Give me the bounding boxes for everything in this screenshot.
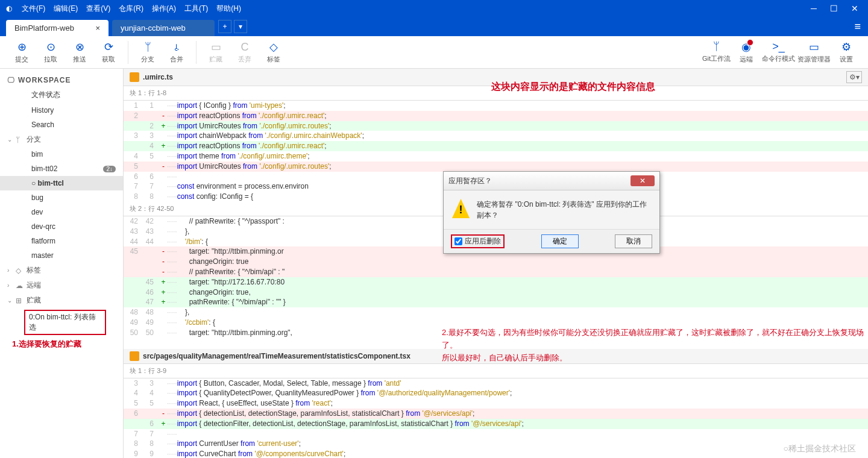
hunk-header: 块 1：行 3-9: [124, 364, 868, 378]
branch-bim-ttcl[interactable]: ○ bim-ttcl: [0, 176, 123, 190]
file-modified-icon: [130, 351, 139, 361]
minimize-icon[interactable]: ─: [811, 4, 817, 13]
tool-丢弃[interactable]: C丢弃: [231, 41, 258, 64]
dialog-titlebar: 应用暂存区？ ✕: [444, 172, 659, 190]
code-line: 46+····· changeOrigin: true,: [124, 287, 868, 298]
tool-合并[interactable]: ⫰合并: [163, 41, 190, 64]
tool-icon: ⚙: [841, 40, 851, 54]
code-line: 6+·····import { detectionFilter, detecti…: [124, 419, 868, 429]
checkbox-input[interactable]: [454, 237, 462, 245]
menu-file[interactable]: 文件(F): [22, 4, 45, 14]
code-line: 2+·····import UmircRoutes from './config…: [124, 121, 868, 131]
branch-bim[interactable]: bim: [0, 147, 123, 162]
tool-资源管理器[interactable]: ▭资源管理器: [797, 40, 831, 64]
repo-tab-active[interactable]: BimPlatform-web ×: [6, 20, 108, 36]
code-line: 47+····· pathRewrite: { "^/bim/api" : ""…: [124, 297, 868, 307]
branch-bim-tt02[interactable]: bim-tt022↓: [0, 162, 123, 176]
chevron-right-icon: ›: [7, 267, 16, 274]
titlebar: ◐ 文件(F) 编辑(E) 查看(V) 仓库(R) 操作(A) 工具(T) 帮助…: [0, 0, 868, 17]
menu-edit[interactable]: 编辑(E): [54, 4, 78, 14]
branch-bug[interactable]: bug: [0, 190, 123, 205]
tool-icon: ▭: [809, 40, 819, 54]
workspace-section[interactable]: 🖵 WORKSPACE: [0, 74, 123, 87]
branch-master[interactable]: master: [0, 248, 123, 263]
remote-section[interactable]: › ☁ 远端: [0, 278, 123, 293]
tab-label: yunjian-ccbim-web: [121, 24, 186, 33]
code-line: -····· changeOrigin: true: [124, 257, 868, 267]
tool-icon: ⟳: [104, 40, 113, 54]
toolbar: ⊕提交⊙拉取⊗推送⟳获取ᛘ分支⫰合并▭贮藏C丢弃◇标签 ᛘGit工作流◉远端>_…: [0, 36, 868, 69]
code-line: 2-·····import reactOptions from './confi…: [124, 111, 868, 121]
code-line: 33·····import chainWebpack from './confi…: [124, 131, 868, 141]
menu-tool[interactable]: 工具(T): [184, 4, 208, 14]
menu-help[interactable]: 帮助(H): [216, 4, 241, 14]
tool-设置[interactable]: ⚙设置: [833, 40, 860, 64]
tool-拉取[interactable]: ⊙拉取: [37, 40, 64, 64]
sidebar-search[interactable]: Search: [0, 118, 123, 132]
branches-section[interactable]: ⌄ ᛘ 分支: [0, 132, 123, 147]
code-line: 44·····import { QuanlityDetectPower, Qua…: [124, 388, 868, 398]
stash-icon: ⊞: [16, 296, 27, 305]
delete-after-apply-checkbox[interactable]: 应用后删除: [451, 234, 505, 248]
cloud-icon: ☁: [16, 281, 27, 290]
tool-icon: ◉: [741, 40, 751, 54]
tool-远端[interactable]: ◉远端: [733, 40, 760, 64]
tab-close-icon[interactable]: ×: [95, 24, 100, 33]
branch-dev[interactable]: dev: [0, 205, 123, 219]
monitor-icon: 🖵: [7, 76, 18, 84]
new-tab-button[interactable]: +: [218, 20, 231, 33]
code-line: 45·····import theme from './config/.umir…: [124, 151, 868, 162]
sidebar-file-status[interactable]: 文件状态: [0, 87, 123, 103]
code-line: -····· // pathRewrite: { "^/bim/api" : ": [124, 267, 868, 277]
file-modified-icon: [130, 72, 139, 82]
tool-获取[interactable]: ⟳获取: [95, 40, 122, 64]
tool-icon: ⊗: [75, 40, 84, 54]
tool-icon: ⊕: [17, 40, 27, 54]
tool-命令行模式[interactable]: >_命令行模式: [762, 40, 795, 64]
tool-icon: >_: [772, 40, 785, 53]
repo-tab-inactive[interactable]: yunjian-ccbim-web: [112, 20, 215, 36]
tab-label: BimPlatform-web: [14, 24, 74, 33]
file-name: src/pages/qualityManagement/realTimeMeas…: [143, 352, 410, 360]
code-line: 6-·····import { detectionList, detection…: [124, 409, 868, 419]
stash-section[interactable]: ⌄ ⊞ 贮藏: [0, 293, 123, 308]
annotation-mid: 2.最好不要勾选，因为有些时候你可能分支还没切换正确就应用贮藏了，这时贮藏被删除…: [442, 327, 868, 364]
tag-icon: ◇: [16, 266, 27, 275]
code-line: 5-·····import UmircRoutes from './config…: [124, 162, 868, 172]
tags-section[interactable]: › ◇ 标签: [0, 263, 123, 278]
tool-提交[interactable]: ⊕提交: [8, 40, 35, 64]
cancel-button[interactable]: 取消: [615, 234, 652, 248]
code-line: 4+·····import reactOptions from './confi…: [124, 141, 868, 151]
tool-Git工作流[interactable]: ᛘGit工作流: [702, 40, 731, 64]
tool-icon: ⊙: [46, 40, 55, 54]
menu-action[interactable]: 操作(A): [152, 4, 176, 14]
diff-content: 这块内容显示的是贮藏的文件内容信息 .umirc.ts ⚙▾ 块 1：行 1-8…: [124, 69, 868, 458]
code-line: 77·····: [124, 429, 868, 439]
tool-icon: ◇: [269, 40, 278, 54]
ok-button[interactable]: 确定: [541, 234, 579, 248]
dialog-close-icon[interactable]: ✕: [631, 175, 655, 186]
menu-view[interactable]: 查看(V): [86, 4, 110, 14]
gear-icon[interactable]: ⚙▾: [846, 71, 862, 83]
hamburger-icon[interactable]: ≡: [854, 20, 868, 33]
tool-推送[interactable]: ⊗推送: [66, 40, 93, 64]
tool-分支[interactable]: ᛘ分支: [134, 41, 161, 64]
annotation-step1: 1.选择要恢复的贮藏: [0, 336, 123, 352]
code-line: 4848····· },: [124, 307, 868, 318]
sidebar: 🖵 WORKSPACE 文件状态 History Search ⌄ ᛘ 分支 b…: [0, 69, 124, 458]
tool-贮藏[interactable]: ▭贮藏: [203, 40, 229, 64]
stash-item[interactable]: 0:On bim-ttcl: 列表筛选: [24, 310, 106, 335]
close-icon[interactable]: ✕: [851, 4, 858, 13]
sidebar-history[interactable]: History: [0, 103, 123, 118]
branch-dev-qrc[interactable]: dev-qrc: [0, 219, 123, 234]
code-line: 99·····import CurveChart from '@/compone…: [124, 449, 868, 458]
maximize-icon[interactable]: ☐: [830, 4, 838, 13]
tool-icon: ▭: [211, 40, 221, 54]
chevron-down-icon: ⌄: [7, 136, 16, 143]
code-line: 11·····import { IConfig } from 'umi-type…: [124, 101, 868, 111]
code-line: 45+····· target: "http://172.16.67.70:80: [124, 277, 868, 287]
tab-dropdown-button[interactable]: ▾: [234, 20, 247, 33]
menu-repo[interactable]: 仓库(R): [119, 4, 143, 14]
branch-flatform[interactable]: flatform: [0, 234, 123, 248]
tool-标签[interactable]: ◇标签: [260, 40, 287, 64]
